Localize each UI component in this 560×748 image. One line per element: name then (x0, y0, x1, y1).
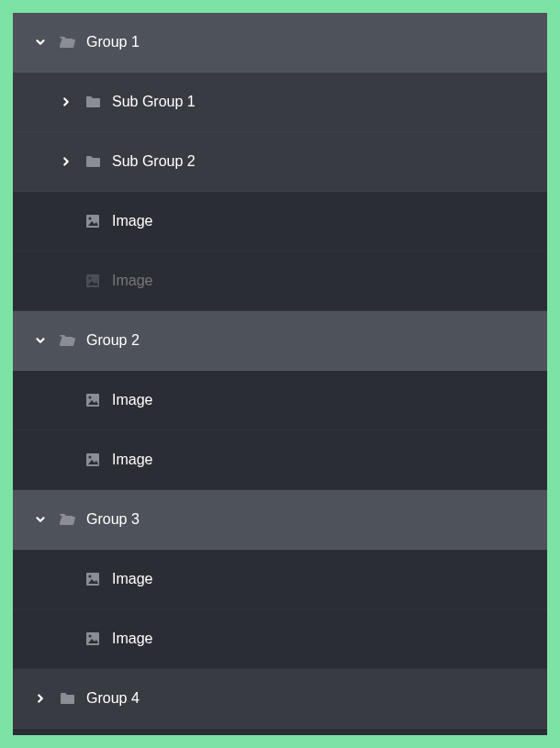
svg-point-11 (89, 635, 92, 638)
chevron-right-icon (59, 154, 73, 169)
image-icon (84, 392, 101, 408)
tree-group-3[interactable]: Group 3 (13, 490, 547, 550)
image-label: Image (112, 452, 152, 468)
svg-point-7 (89, 456, 92, 459)
svg-point-1 (89, 218, 92, 220)
image-label: Image (112, 631, 152, 647)
image-icon (84, 631, 101, 647)
folder-icon (84, 153, 101, 170)
folder-open-icon (59, 34, 75, 50)
folder-icon (59, 690, 75, 707)
tree-subgroup-2[interactable]: Sub Group 2 (13, 132, 547, 192)
tree-image-item[interactable]: Image (13, 550, 547, 609)
folder-icon (84, 94, 101, 110)
chevron-right-icon (33, 691, 48, 706)
tree-panel: Group 1 Sub Group 1 Sub Group 2 Image Im… (13, 13, 547, 735)
tree-image-item[interactable]: Image (13, 430, 547, 490)
chevron-down-icon (33, 333, 48, 348)
chevron-down-icon (33, 512, 48, 527)
image-icon (84, 273, 101, 289)
tree-image-item[interactable]: Image (13, 371, 547, 430)
image-icon (84, 213, 101, 229)
svg-point-3 (89, 277, 92, 280)
subgroup-label: Sub Group 2 (112, 153, 196, 170)
group-label: Group 1 (86, 34, 140, 50)
svg-point-9 (89, 575, 92, 578)
tree-group-2[interactable]: Group 2 (13, 311, 547, 371)
image-label: Image (112, 213, 152, 229)
tree-subgroup-1[interactable]: Sub Group 1 (13, 73, 547, 132)
tree-group-4[interactable]: Group 4 (13, 669, 547, 729)
image-icon (84, 452, 101, 468)
group-label: Group 4 (86, 690, 140, 707)
image-label: Image (112, 273, 152, 289)
tree-image-item[interactable]: Image (13, 609, 547, 669)
folder-open-icon (59, 511, 75, 528)
group-label: Group 2 (86, 332, 140, 349)
svg-point-5 (89, 396, 92, 399)
image-label: Image (112, 571, 152, 587)
chevron-down-icon (33, 35, 48, 50)
tree-image-item[interactable]: Image (13, 192, 547, 251)
chevron-right-icon (59, 95, 73, 109)
image-icon (84, 571, 101, 587)
tree-group-1[interactable]: Group 1 (13, 13, 547, 73)
subgroup-label: Sub Group 1 (112, 94, 196, 110)
tree-image-item-disabled[interactable]: Image (13, 251, 547, 311)
group-label: Group 3 (86, 511, 140, 528)
folder-open-icon (59, 332, 75, 349)
image-label: Image (112, 392, 152, 408)
